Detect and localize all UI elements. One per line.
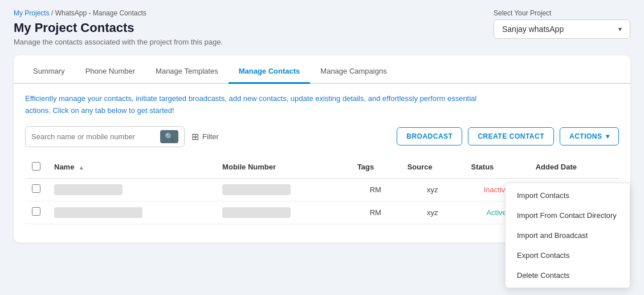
dropdown-item-import-from-directory[interactable]: Import From Contact Directory: [506, 205, 630, 225]
filter-button[interactable]: ⊞ Filter: [191, 131, 219, 142]
page-wrapper: My Projects / WhatsApp - Manage Contacts…: [0, 0, 644, 252]
breadcrumb-projects-link[interactable]: My Projects: [14, 9, 50, 17]
actions-button[interactable]: ACTIONS ▾: [560, 127, 619, 146]
row1-name-blurred: Cristiano Ronaldo: [54, 184, 123, 195]
actions-label: ACTIONS: [569, 132, 602, 140]
dropdown-item-import-broadcast[interactable]: Import and Broadcast: [506, 225, 630, 245]
tab-phone-number[interactable]: Phone Number: [75, 60, 145, 84]
tab-manage-templates[interactable]: Manage Templates: [145, 60, 229, 84]
breadcrumb-separator: /: [51, 9, 55, 17]
description-line2: actions. Click on any tab below to get s…: [25, 106, 174, 115]
row2-name-blurred: Cristiano Ronaldoooooo: [54, 207, 142, 218]
actions-dropdown-menu: Import Contacts Import From Contact Dire…: [505, 183, 630, 288]
row1-tags: RM: [350, 178, 401, 201]
description-text: Efficiently manage your contacts, initia…: [25, 93, 619, 117]
row2-name: Cristiano Ronaldoooooo: [47, 201, 215, 224]
header-checkbox-cell: [25, 156, 47, 179]
toolbar-row: 🔍 ⊞ Filter BROADCAST CREATE CONTACT ACTI…: [25, 126, 619, 147]
search-box: 🔍: [25, 126, 185, 147]
project-selector-area: Select Your Project Sanjay whatsApp ▾: [494, 9, 630, 39]
header-source: Source: [401, 156, 464, 179]
row2-source: xyz: [401, 201, 464, 224]
row1-mobile: 9876543211: [215, 178, 350, 201]
tab-summary[interactable]: Summary: [23, 60, 75, 84]
table-header-row: Name ▲ Mobile Number Tags Source Status …: [25, 156, 619, 179]
search-button[interactable]: 🔍: [160, 130, 178, 143]
row2-checkbox[interactable]: [32, 207, 40, 216]
row1-checkbox[interactable]: [32, 184, 40, 193]
description-line1: Efficiently manage your contacts, initia…: [25, 94, 476, 103]
action-buttons: BROADCAST CREATE CONTACT ACTIONS ▾: [397, 127, 619, 146]
filter-icon: ⊞: [191, 131, 199, 142]
row2-mobile-blurred: 919876543211: [222, 207, 291, 218]
tab-manage-campaigns[interactable]: Manage Campaigns: [310, 60, 397, 84]
select-all-checkbox[interactable]: [32, 162, 40, 171]
project-selector-dropdown[interactable]: Sanjay whatsApp ▾: [494, 19, 630, 39]
row1-name: Cristiano Ronaldo: [47, 178, 215, 201]
table-header: Name ▲ Mobile Number Tags Source Status …: [25, 156, 619, 179]
dropdown-item-delete-contacts[interactable]: Delete Contacts: [506, 265, 630, 285]
header-mobile: Mobile Number: [215, 156, 350, 179]
chevron-down-icon: ▾: [618, 25, 622, 33]
broadcast-button[interactable]: BROADCAST: [397, 127, 462, 146]
create-contact-button[interactable]: CREATE CONTACT: [468, 127, 554, 146]
dropdown-item-import-contacts[interactable]: Import Contacts: [506, 185, 630, 205]
header-status: Status: [464, 156, 529, 179]
filter-label: Filter: [202, 132, 219, 141]
sort-icon: ▲: [79, 164, 84, 171]
tabs-row: Summary Phone Number Manage Templates Ma…: [14, 55, 630, 84]
header-added-date: Added Date: [529, 156, 619, 179]
project-selector-label: Select Your Project: [494, 9, 551, 17]
row1-checkbox-cell: [25, 178, 47, 201]
row2-status-badge: Active: [486, 208, 506, 217]
search-input[interactable]: [31, 132, 160, 141]
row1-source: xyz: [401, 178, 464, 201]
search-icon: 🔍: [165, 132, 174, 141]
tab-manage-contacts[interactable]: Manage Contacts: [229, 60, 311, 84]
row2-tags: RM: [350, 201, 401, 224]
row2-mobile: 919876543211: [215, 201, 350, 224]
project-selector-value: Sanjay whatsApp: [502, 25, 564, 34]
row1-mobile-blurred: 9876543211: [222, 184, 291, 195]
header-name: Name ▲: [47, 156, 215, 179]
page-subtitle: Manage the contacts associated with the …: [14, 38, 630, 46]
header-tags: Tags: [350, 156, 401, 179]
row2-checkbox-cell: [25, 201, 47, 224]
dropdown-item-export-contacts[interactable]: Export Contacts: [506, 245, 630, 265]
actions-chevron-icon: ▾: [606, 132, 610, 140]
breadcrumb-current: WhatsApp - Manage Contacts: [55, 9, 146, 17]
